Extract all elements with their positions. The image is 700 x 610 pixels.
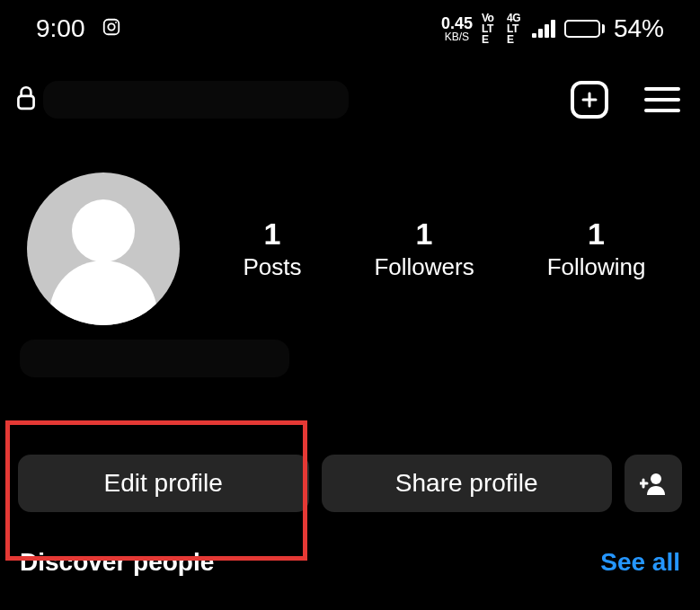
network-indicator: 4G LTE (507, 13, 523, 45)
followers-count: 1 (374, 217, 474, 252)
display-name-area (0, 325, 700, 377)
stats-container: 1 Posts 1 Followers 1 Following (207, 217, 682, 281)
display-name (20, 340, 289, 377)
posts-label: Posts (243, 253, 301, 281)
edit-profile-button[interactable]: Edit profile (18, 455, 309, 512)
followers-label: Followers (374, 253, 474, 281)
header-right (571, 81, 680, 119)
create-post-button[interactable] (571, 81, 608, 119)
volte-indicator: Vo LTE (482, 13, 498, 45)
header-left (14, 81, 349, 119)
signal-icon (532, 20, 555, 38)
menu-button[interactable] (644, 87, 680, 112)
share-profile-button[interactable]: Share profile (322, 455, 613, 512)
clock: 9:00 (36, 14, 85, 43)
profile-stats-row: 1 Posts 1 Followers 1 Following (0, 128, 700, 325)
data-rate-value: 0.45 (441, 15, 473, 31)
data-rate-unit: KB/S (445, 31, 469, 42)
lock-icon (14, 84, 38, 115)
username-dropdown[interactable] (43, 81, 349, 119)
status-bar: 9:00 0.45 KB/S Vo LTE 4G LTE 54% (0, 0, 700, 54)
following-label: Following (547, 253, 646, 281)
posts-count: 1 (243, 217, 301, 252)
posts-stat[interactable]: 1 Posts (243, 217, 301, 281)
instagram-notification-icon (102, 14, 121, 43)
svg-point-1 (108, 23, 114, 30)
action-row: Edit profile Share profile (0, 444, 700, 523)
discover-people-title: Discover people (20, 548, 214, 577)
battery-icon (564, 20, 605, 38)
discover-row: Discover people See all (0, 523, 700, 577)
see-all-link[interactable]: See all (600, 548, 680, 577)
avatar[interactable] (27, 172, 180, 325)
svg-point-2 (115, 22, 117, 23)
status-right: 0.45 KB/S Vo LTE 4G LTE 54% (441, 13, 664, 45)
followers-stat[interactable]: 1 Followers (374, 217, 474, 281)
battery-percentage: 54% (614, 14, 664, 43)
status-left: 9:00 (36, 14, 121, 43)
add-friend-button[interactable] (625, 455, 682, 512)
svg-rect-0 (103, 20, 119, 35)
svg-point-6 (651, 473, 661, 484)
data-rate-indicator: 0.45 KB/S (441, 15, 473, 42)
following-count: 1 (547, 217, 646, 252)
svg-rect-3 (18, 96, 33, 109)
profile-header (0, 54, 700, 128)
following-stat[interactable]: 1 Following (547, 217, 646, 281)
